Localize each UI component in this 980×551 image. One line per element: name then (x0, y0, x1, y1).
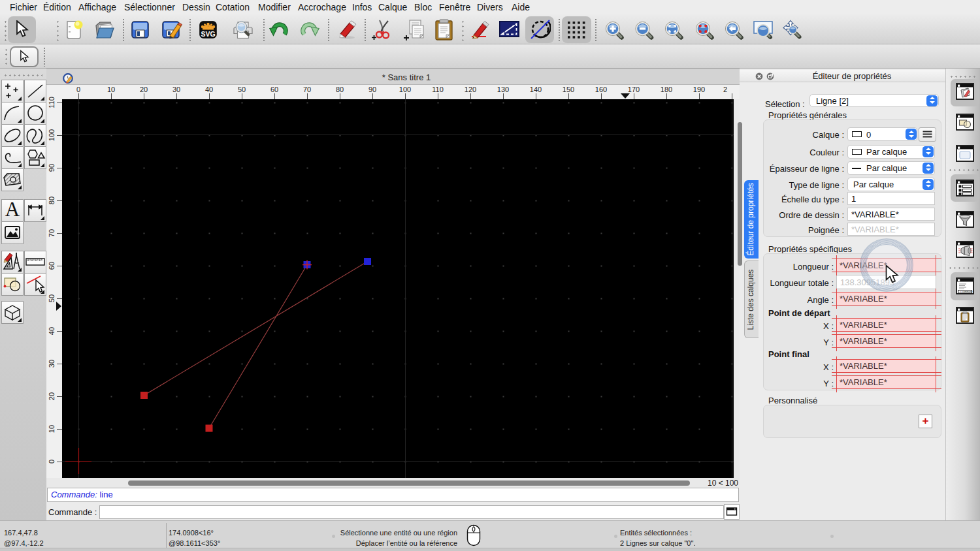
svg-text:c command: c command (960, 291, 973, 293)
svg-text:SVG: SVG (201, 30, 215, 38)
